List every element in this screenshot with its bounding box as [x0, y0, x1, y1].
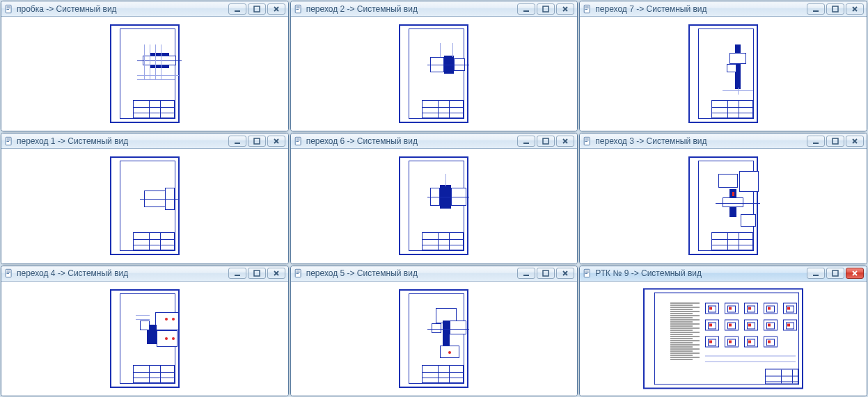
- window-title: переход 4 -> Системный вид: [17, 268, 226, 278]
- maximize-button[interactable]: [826, 136, 844, 147]
- titlebar[interactable]: переход 1 -> Системный вид: [1, 133, 288, 149]
- titlebar[interactable]: РТК № 9 -> Системный вид: [580, 266, 867, 282]
- document-icon: [583, 4, 592, 14]
- mdi-window[interactable]: переход 3 -> Системный вид: [579, 133, 867, 264]
- minimize-button[interactable]: [807, 3, 825, 15]
- svg-rect-44: [813, 143, 819, 144]
- minimize-button[interactable]: [517, 3, 535, 15]
- mdi-window[interactable]: пробка -> Системный вид: [1, 1, 289, 131]
- viewport[interactable]: [580, 149, 867, 263]
- drawing-sheet: [399, 24, 468, 123]
- drawing-sheet: [688, 24, 758, 123]
- drawing-frame: [409, 293, 464, 384]
- svg-rect-61: [543, 270, 549, 276]
- svg-rect-3: [7, 9, 10, 10]
- mdi-window[interactable]: переход 1 -> Системный вид: [1, 133, 289, 264]
- svg-rect-52: [235, 275, 240, 276]
- drawing-sheet: [688, 156, 758, 255]
- document-icon: [4, 4, 14, 14]
- svg-rect-34: [296, 140, 299, 140]
- svg-rect-49: [7, 271, 10, 272]
- close-button[interactable]: [267, 268, 285, 279]
- svg-rect-1: [7, 6, 10, 7]
- titlebar[interactable]: переход 4 -> Системный вид: [1, 266, 288, 282]
- minimize-button[interactable]: [807, 136, 825, 147]
- mdi-window[interactable]: переход 5 -> Системный вид: [290, 266, 578, 396]
- viewport[interactable]: [580, 17, 867, 131]
- mdi-window[interactable]: переход 4 -> Системный вид: [1, 266, 289, 396]
- drawing-frame: [698, 29, 754, 119]
- viewport[interactable]: [291, 282, 578, 396]
- title-block: [133, 365, 175, 383]
- svg-rect-25: [7, 138, 10, 139]
- drawing-content: [130, 300, 171, 362]
- mdi-window[interactable]: переход 6 -> Системный вид: [290, 133, 578, 264]
- titlebar[interactable]: переход 3 -> Системный вид: [580, 133, 867, 149]
- svg-rect-13: [543, 6, 549, 12]
- minimize-button[interactable]: [228, 3, 246, 15]
- drawing-content: [130, 35, 171, 97]
- minimize-button[interactable]: [517, 268, 535, 279]
- svg-rect-4: [235, 10, 240, 12]
- svg-rect-9: [296, 6, 299, 7]
- minimize-button[interactable]: [807, 268, 825, 279]
- close-button[interactable]: [846, 3, 864, 15]
- viewport[interactable]: [1, 17, 288, 131]
- close-button[interactable]: [846, 136, 864, 147]
- close-button[interactable]: [267, 136, 285, 147]
- maximize-button[interactable]: [537, 268, 555, 279]
- mdi-window[interactable]: РТК № 9 -> Системный вид: [579, 266, 867, 396]
- document-icon: [294, 136, 303, 146]
- titlebar[interactable]: переход 2 -> Системный вид: [291, 1, 578, 17]
- title-block: [765, 368, 798, 384]
- minimize-button[interactable]: [517, 136, 535, 147]
- drawing-frame: [120, 161, 175, 251]
- maximize-button[interactable]: [248, 136, 266, 147]
- drawing-frame: [409, 29, 464, 119]
- viewport[interactable]: [291, 17, 578, 131]
- titlebar[interactable]: переход 6 -> Системный вид: [291, 133, 578, 149]
- svg-rect-68: [813, 275, 819, 276]
- window-title: переход 7 -> Системный вид: [595, 4, 804, 14]
- titlebar[interactable]: пробка -> Системный вид: [1, 1, 288, 17]
- document-icon: [294, 268, 303, 278]
- svg-rect-69: [833, 270, 838, 276]
- minimize-button[interactable]: [228, 136, 246, 147]
- maximize-button[interactable]: [248, 268, 266, 279]
- mdi-window[interactable]: переход 2 -> Системный вид: [290, 1, 578, 131]
- svg-rect-28: [235, 143, 240, 144]
- close-button[interactable]: [267, 3, 285, 15]
- svg-rect-50: [7, 272, 10, 273]
- titlebar[interactable]: переход 7 -> Системный вид: [580, 1, 867, 17]
- maximize-button[interactable]: [826, 3, 844, 15]
- window-buttons: [807, 136, 864, 147]
- titlebar[interactable]: переход 5 -> Системный вид: [291, 266, 578, 282]
- close-button[interactable]: [556, 3, 574, 15]
- viewport[interactable]: [580, 282, 867, 396]
- window-title: пробка -> Системный вид: [17, 4, 226, 14]
- viewport[interactable]: [291, 149, 578, 263]
- maximize-button[interactable]: [537, 136, 555, 147]
- svg-rect-20: [813, 10, 819, 12]
- viewport[interactable]: [1, 149, 288, 263]
- svg-rect-12: [523, 10, 529, 12]
- close-button[interactable]: [846, 268, 864, 279]
- drawing-content: [130, 167, 171, 229]
- window-buttons: [517, 136, 574, 147]
- drawing-content: [419, 167, 459, 229]
- close-button[interactable]: [556, 268, 574, 279]
- mdi-window[interactable]: переход 7 -> Системный вид: [579, 1, 867, 131]
- svg-rect-18: [585, 8, 589, 8]
- drawing-frame: [409, 161, 464, 251]
- drawing-frame: [654, 292, 799, 384]
- drawing-frame: [120, 293, 175, 384]
- maximize-button[interactable]: [248, 3, 266, 15]
- maximize-button[interactable]: [826, 268, 844, 279]
- minimize-button[interactable]: [228, 268, 246, 279]
- maximize-button[interactable]: [537, 3, 555, 15]
- drawing-content: [709, 167, 749, 229]
- title-block: [133, 232, 175, 250]
- drawing-sheet: [399, 289, 468, 388]
- viewport[interactable]: [1, 282, 288, 396]
- close-button[interactable]: [556, 136, 574, 147]
